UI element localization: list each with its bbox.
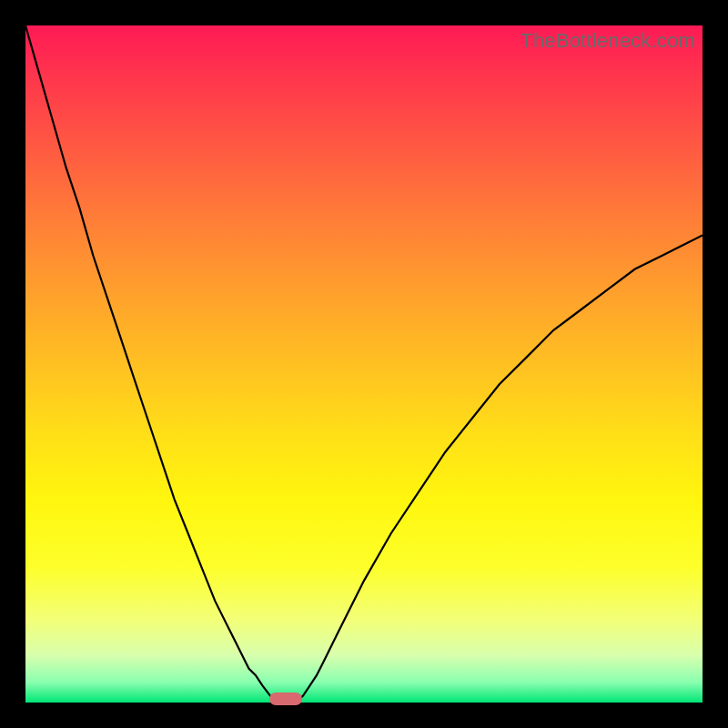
curves-layer: [25, 25, 703, 703]
right-curve: [297, 236, 703, 703]
plot-area: TheBottleneck.com: [25, 25, 703, 703]
left-curve: [25, 25, 276, 703]
bottleneck-marker: [269, 693, 302, 705]
chart-frame: TheBottleneck.com: [0, 0, 728, 728]
